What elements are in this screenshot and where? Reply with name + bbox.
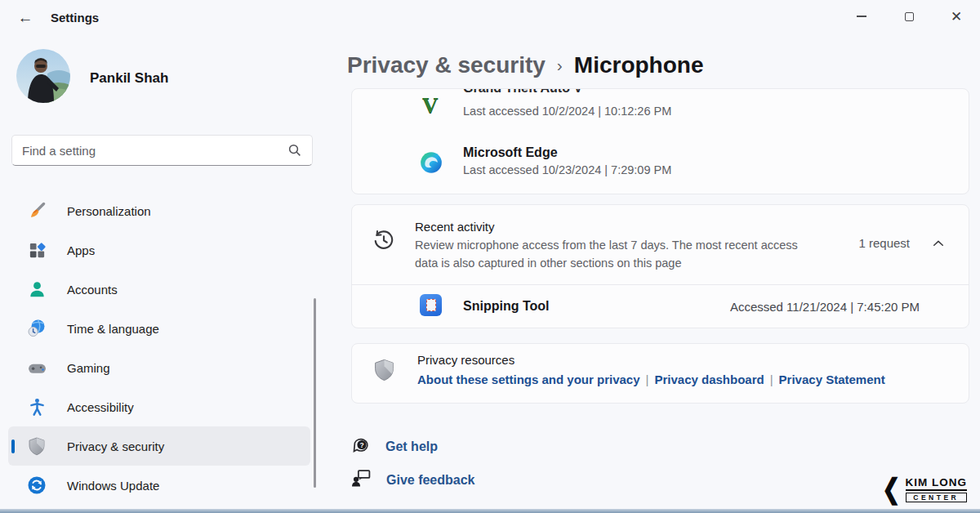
snipping-tool-icon-inner — [426, 299, 436, 311]
sidebar-item-label: Accounts — [67, 283, 118, 297]
accessibility-person-icon — [26, 396, 47, 417]
settings-window: ← Settings ✕ Pankil Shah — [0, 0, 980, 513]
edge-logo-icon — [420, 151, 443, 174]
app-name: Grand Theft Auto V — [463, 88, 582, 96]
search-icon[interactable] — [287, 143, 302, 161]
feedback-person-icon — [351, 468, 372, 492]
minimize-icon — [857, 16, 866, 17]
sidebar-item-windows-update[interactable]: Windows Update — [8, 466, 310, 505]
profile-name: Pankil Shah — [90, 70, 168, 87]
link-separator: | — [646, 372, 649, 386]
sidebar-item-label: Windows Update — [67, 479, 159, 493]
history-icon — [372, 228, 396, 256]
logo-text-line1: KIM LONG — [906, 476, 968, 491]
svg-text:?: ? — [359, 441, 363, 449]
kim-long-center-logo: ❮ KIM LONG CENTER — [882, 476, 967, 502]
shield-icon — [372, 358, 396, 385]
close-button[interactable]: ✕ — [933, 0, 980, 33]
activity-accessed-time: Accessed 11/21/2024 | 7:45:20 PM — [730, 300, 920, 314]
recent-activity-card: Recent activity Review microphone access… — [351, 204, 969, 328]
person-icon — [26, 279, 47, 300]
snipping-tool-icon — [420, 294, 442, 316]
sidebar-item-label: Time & language — [67, 322, 159, 336]
clock-globe-icon — [26, 318, 47, 339]
recent-activity-description: Review microphone access from the last 7… — [415, 237, 817, 273]
recent-activity-title: Recent activity — [415, 220, 495, 234]
sidebar-item-gaming[interactable]: Gaming — [8, 348, 310, 387]
maximize-icon — [905, 12, 914, 21]
link-privacy-statement[interactable]: Privacy Statement — [779, 372, 885, 386]
give-feedback-link[interactable]: Give feedback — [351, 468, 475, 492]
breadcrumb-separator-icon: › — [557, 56, 563, 75]
sidebar-item-label: Personalization — [67, 204, 151, 218]
shield-icon — [26, 435, 47, 457]
request-count: 1 request — [858, 236, 910, 250]
breadcrumb: Privacy & security › Microphone — [347, 52, 703, 78]
divider — [352, 284, 969, 285]
sidebar-item-accounts[interactable]: Accounts — [8, 270, 310, 309]
link-about-settings[interactable]: About these settings and your privacy — [417, 372, 640, 386]
back-button[interactable]: ← — [11, 7, 39, 29]
get-help-link[interactable]: ? Get help — [351, 435, 438, 458]
app-access-card: V Grand Theft Auto V Last accessed 10/2/… — [351, 88, 969, 194]
search-input[interactable] — [22, 136, 283, 165]
sidebar-item-time-language[interactable]: Time & language — [8, 309, 310, 348]
logo-text-line2: CENTER — [906, 493, 968, 502]
logo-chevron-icon: ❮ — [882, 475, 901, 503]
breadcrumb-parent[interactable]: Privacy & security — [347, 52, 546, 78]
sidebar-item-label: Privacy & security — [67, 439, 164, 453]
activity-app-name: Snipping Tool — [463, 299, 549, 314]
avatar[interactable] — [16, 49, 70, 103]
paintbrush-icon — [26, 200, 47, 221]
sidebar-item-personalization[interactable]: Personalization — [8, 191, 310, 230]
sync-arrows-icon — [26, 475, 47, 496]
privacy-resources-links: About these settings and your privacy|Pr… — [417, 372, 885, 386]
sidebar-item-accessibility[interactable]: Accessibility — [8, 387, 310, 426]
window-bottom-edge — [0, 509, 980, 513]
window-controls: ✕ — [838, 0, 980, 33]
apps-grid-icon — [26, 239, 47, 261]
privacy-resources-card: Privacy resources About these settings a… — [351, 343, 969, 404]
search-box[interactable] — [11, 135, 313, 166]
window-title: Settings — [51, 11, 99, 25]
link-privacy-dashboard[interactable]: Privacy dashboard — [654, 372, 764, 386]
get-help-label: Get help — [385, 439, 438, 454]
maximize-button[interactable] — [885, 0, 933, 33]
avatar-photo — [16, 49, 70, 103]
sidebar: Personalization Apps Accounts — [8, 191, 310, 505]
titlebar: ← Settings ✕ — [0, 0, 980, 39]
minimize-button[interactable] — [838, 0, 885, 33]
sidebar-item-label: Gaming — [67, 361, 110, 375]
back-arrow-icon: ← — [18, 9, 33, 27]
sidebar-item-apps[interactable]: Apps — [8, 230, 310, 270]
privacy-resources-title: Privacy resources — [417, 353, 514, 367]
page-title: Microphone — [574, 52, 704, 78]
sidebar-item-label: Accessibility — [67, 400, 134, 414]
close-icon: ✕ — [951, 10, 962, 24]
app-name: Microsoft Edge — [463, 145, 558, 160]
give-feedback-label: Give feedback — [386, 473, 475, 488]
gta-v-icon: V — [422, 95, 447, 121]
sidebar-item-privacy-security[interactable]: Privacy & security — [8, 426, 310, 466]
link-separator: | — [770, 372, 773, 386]
help-question-icon: ? — [351, 435, 371, 458]
sidebar-item-label: Apps — [67, 243, 95, 257]
app-last-accessed: Last accessed 10/23/2024 | 7:29:09 PM — [463, 163, 671, 176]
sidebar-scrollbar[interactable] — [314, 298, 316, 488]
app-last-accessed: Last accessed 10/2/2024 | 10:12:26 PM — [463, 105, 671, 118]
gamepad-icon — [26, 357, 47, 378]
chevron-up-icon[interactable] — [931, 236, 946, 254]
selected-indicator — [11, 439, 15, 453]
